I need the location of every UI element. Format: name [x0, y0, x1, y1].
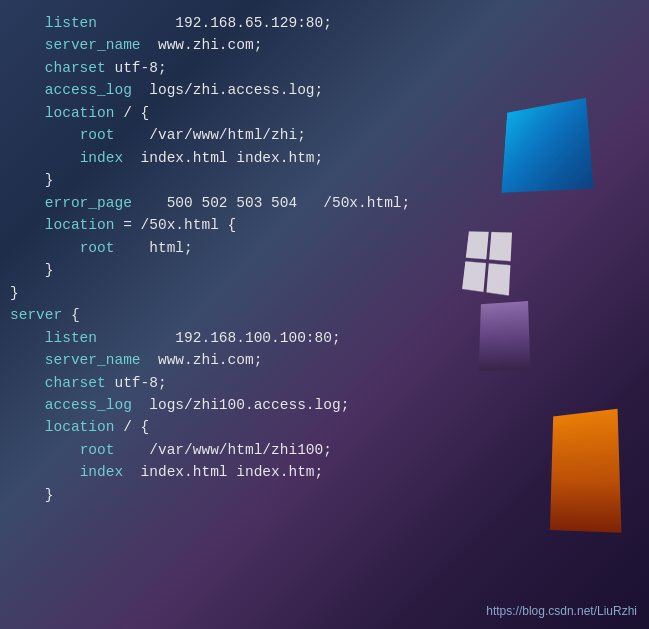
- code-line: location = /50x.html {: [10, 214, 639, 236]
- code-line: listen 192.168.65.129:80;: [10, 12, 639, 34]
- code-line: error_page 500 502 503 504 /50x.html;: [10, 192, 639, 214]
- code-line: server_name www.zhi.com;: [10, 349, 639, 371]
- code-line: listen 192.168.100.100:80;: [10, 327, 639, 349]
- code-line: root /var/www/html/zhi;: [10, 124, 639, 146]
- code-line: server_name www.zhi.com;: [10, 34, 639, 56]
- code-line: index index.html index.htm;: [10, 147, 639, 169]
- code-line: }: [10, 282, 639, 304]
- code-line: access_log logs/zhi100.access.log;: [10, 394, 639, 416]
- code-line: charset utf-8;: [10, 372, 639, 394]
- code-line: }: [10, 259, 639, 281]
- code-line: index index.html index.htm;: [10, 461, 639, 483]
- code-line: }: [10, 169, 639, 191]
- footer-link: https://blog.csdn.net/LiuRzhi: [486, 602, 637, 621]
- code-line: }: [10, 484, 639, 506]
- code-line: root /var/www/html/zhi100;: [10, 439, 639, 461]
- code-line: root html;: [10, 237, 639, 259]
- code-line: location / {: [10, 102, 639, 124]
- code-line: location / {: [10, 416, 639, 438]
- code-line: access_log logs/zhi.access.log;: [10, 79, 639, 101]
- code-line: server {: [10, 304, 639, 326]
- code-container: listen 192.168.65.129:80; server_name ww…: [0, 0, 649, 629]
- code-line: charset utf-8;: [10, 57, 639, 79]
